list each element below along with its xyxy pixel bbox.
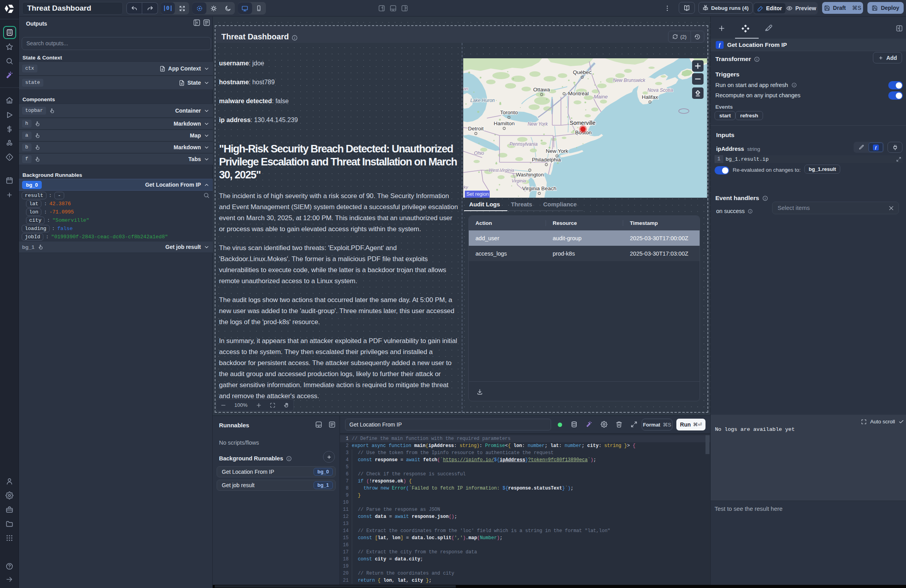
svg-text:Maine: Maine	[594, 94, 607, 100]
svg-text:Hamilton: Hamilton	[494, 121, 514, 126]
svg-text:Toronto: Toronto	[500, 109, 518, 115]
svg-text:Ottawa: Ottawa	[533, 87, 550, 93]
svg-text:New York: New York	[546, 148, 568, 154]
svg-text:Set region: Set region	[466, 191, 489, 197]
svg-text:igan: igan	[463, 86, 468, 91]
svg-text:Somerville: Somerville	[570, 120, 596, 126]
svg-text:Virginia: Virginia	[512, 178, 526, 183]
svg-text:Nova Scotia: Nova Scotia	[648, 87, 673, 93]
svg-text:Québec: Québec	[573, 69, 592, 75]
svg-text:New York: New York	[527, 121, 548, 127]
svg-text:Halifax: Halifax	[642, 94, 658, 100]
svg-text:Philadelphia: Philadelphia	[532, 157, 561, 163]
svg-text:New Brunswick: New Brunswick	[613, 78, 646, 83]
svg-text:Montréal: Montréal	[568, 91, 589, 96]
svg-text:Washington: Washington	[516, 172, 544, 178]
svg-text:Ohio: Ohio	[474, 150, 484, 156]
svg-text:Pennsylvania: Pennsylvania	[509, 141, 538, 147]
svg-text:Detroit: Detroit	[468, 126, 484, 132]
svg-text:West Virginia: West Virginia	[489, 168, 514, 173]
svg-text:Lake Huron: Lake Huron	[470, 98, 495, 103]
svg-text:cky: cky	[463, 185, 469, 189]
svg-text:Virginia Beach: Virginia Beach	[522, 185, 557, 191]
